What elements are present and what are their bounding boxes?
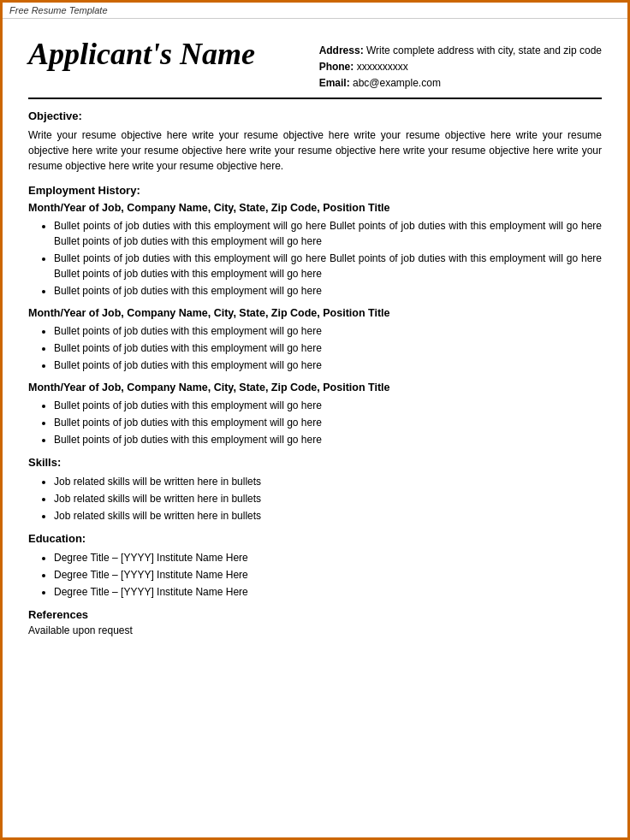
references-section: References Available upon request (28, 608, 602, 636)
list-item: Bullet points of job duties with this em… (54, 251, 602, 281)
education-section: Education: Degree Title – [YYYY] Institu… (28, 532, 602, 600)
header-section: Applicant's Name Address: Write complete… (28, 36, 602, 92)
list-item: Degree Title – [YYYY] Institute Name Her… (54, 584, 602, 600)
objective-heading: Objective: (28, 109, 602, 122)
education-heading: Education: (28, 532, 602, 545)
references-text: Available upon request (28, 624, 602, 636)
list-item: Bullet points of job duties with this em… (54, 218, 602, 249)
list-item: Job related skills will be written here … (54, 474, 602, 489)
applicant-name-block: Applicant's Name (28, 36, 255, 72)
job-1: Month/Year of Job, Company Name, City, S… (28, 202, 602, 299)
job-3-bullets: Bullet points of job duties with this em… (54, 398, 602, 447)
job-1-title: Month/Year of Job, Company Name, City, S… (28, 202, 602, 214)
address-value: Write complete address with city, state … (366, 44, 602, 56)
job-2-title: Month/Year of Job, Company Name, City, S… (28, 307, 602, 319)
header-divider (28, 98, 602, 99)
list-item: Job related skills will be written here … (54, 491, 602, 506)
email-label: Email: (319, 77, 350, 89)
job-2: Month/Year of Job, Company Name, City, S… (28, 307, 602, 373)
email-line: Email: abc@example.com (319, 75, 602, 92)
list-item: Bullet points of job duties with this em… (54, 415, 602, 430)
employment-section: Employment History: Month/Year of Job, C… (28, 184, 602, 447)
watermark-bar: Free Resume Template (3, 3, 627, 19)
list-item: Degree Title – [YYYY] Institute Name Her… (54, 567, 602, 583)
watermark-text: Free Resume Template (9, 5, 108, 15)
list-item: Bullet points of job duties with this em… (54, 323, 602, 339)
phone-value: xxxxxxxxxx (357, 61, 408, 73)
address-line: Address: Write complete address with cit… (319, 43, 602, 59)
employment-heading: Employment History: (28, 184, 602, 197)
references-heading: References (28, 608, 602, 621)
phone-line: Phone: xxxxxxxxxx (319, 59, 602, 75)
address-label: Address: (319, 44, 364, 56)
list-item: Bullet points of job duties with this em… (54, 340, 602, 356)
skills-heading: Skills: (28, 456, 602, 469)
list-item: Bullet points of job duties with this em… (54, 358, 602, 373)
objective-text: Write your resume objective here write y… (28, 127, 602, 174)
list-item: Degree Title – [YYYY] Institute Name Her… (54, 550, 602, 565)
job-2-bullets: Bullet points of job duties with this em… (54, 323, 602, 373)
job-1-bullets: Bullet points of job duties with this em… (54, 218, 602, 299)
phone-label: Phone: (319, 61, 354, 73)
email-value: abc@example.com (353, 77, 441, 89)
list-item: Bullet points of job duties with this em… (54, 398, 602, 413)
contact-info: Address: Write complete address with cit… (319, 36, 602, 92)
list-item: Bullet points of job duties with this em… (54, 283, 602, 299)
applicant-name: Applicant's Name (28, 36, 255, 72)
page-wrapper: Free Resume Template Applicant's Name Ad… (0, 0, 630, 840)
list-item: Bullet points of job duties with this em… (54, 432, 602, 447)
education-bullets: Degree Title – [YYYY] Institute Name Her… (54, 550, 602, 600)
objective-section: Objective: Write your resume objective h… (28, 109, 602, 174)
skills-section: Skills: Job related skills will be writt… (28, 456, 602, 524)
list-item: Job related skills will be written here … (54, 508, 602, 524)
job-3: Month/Year of Job, Company Name, City, S… (28, 382, 602, 447)
job-3-title: Month/Year of Job, Company Name, City, S… (28, 382, 602, 393)
resume-content: Applicant's Name Address: Write complete… (3, 19, 627, 660)
skills-bullets: Job related skills will be written here … (54, 474, 602, 524)
